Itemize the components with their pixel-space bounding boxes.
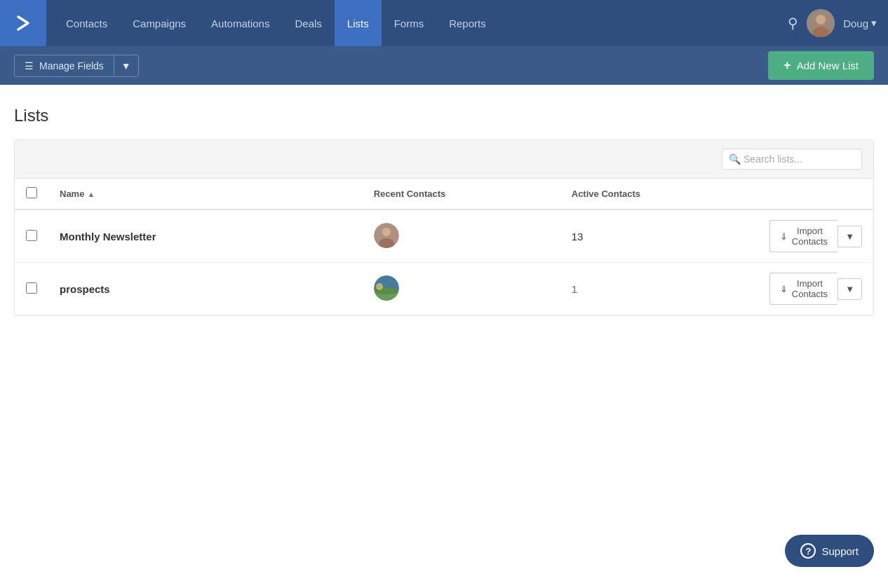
search-input[interactable] bbox=[722, 149, 862, 170]
table-row: Monthly Newsletter 13 ⇓ Import Contacts … bbox=[15, 210, 873, 263]
user-name: Doug bbox=[843, 18, 868, 29]
list-name-link[interactable]: Monthly Newsletter bbox=[60, 231, 156, 242]
import-dropdown-button[interactable]: ▼ bbox=[837, 226, 862, 247]
logo-button[interactable] bbox=[0, 0, 46, 46]
svg-point-4 bbox=[382, 228, 391, 236]
th-active-contacts: Active Contacts bbox=[560, 179, 758, 210]
main-content: Lists 🔍 Name ▲ bbox=[0, 85, 888, 330]
nav-item-deals[interactable]: Deals bbox=[282, 0, 334, 46]
row-active-contacts-cell: 1 bbox=[560, 263, 758, 315]
import-button-group: ⇓ Import Contacts ▼ bbox=[769, 273, 862, 305]
import-contacts-button[interactable]: ⇓ Import Contacts bbox=[769, 273, 837, 305]
lists-toolbar: 🔍 bbox=[15, 140, 873, 179]
import-label: Import Contacts bbox=[792, 226, 828, 247]
recent-contact-avatar bbox=[374, 223, 399, 248]
svg-point-1 bbox=[816, 15, 826, 25]
sort-asc-icon: ▲ bbox=[87, 190, 95, 198]
row-recent-contacts-cell bbox=[363, 263, 560, 315]
manage-fields-label: Manage Fields bbox=[39, 60, 104, 71]
user-dropdown-icon: ▾ bbox=[871, 17, 877, 29]
th-name[interactable]: Name ▲ bbox=[48, 179, 363, 210]
row-recent-contacts-cell bbox=[363, 210, 560, 263]
avatar bbox=[807, 9, 835, 37]
row-active-contacts-cell: 13 bbox=[560, 210, 758, 263]
top-navigation: Contacts Campaigns Automations Deals Lis… bbox=[0, 0, 888, 46]
table-row: prospects 1 ⇓ Import Contacts ▼ bbox=[15, 263, 873, 315]
lists-container: 🔍 Name ▲ Recent Contacts bbox=[14, 139, 874, 316]
search-icon-inner: 🔍 bbox=[729, 153, 741, 165]
add-new-list-button[interactable]: + Add New List bbox=[768, 51, 874, 80]
active-count: 13 bbox=[572, 231, 584, 242]
page-title: Lists bbox=[14, 106, 874, 125]
th-select-all bbox=[15, 179, 48, 210]
row-checkbox-cell bbox=[15, 263, 48, 315]
sub-toolbar: ☰ Manage Fields ▼ + Add New List bbox=[0, 46, 888, 85]
manage-fields-main-button[interactable]: ☰ Manage Fields bbox=[15, 55, 114, 76]
row-actions-cell: ⇓ Import Contacts ▼ bbox=[758, 263, 873, 315]
row-name-cell: prospects bbox=[48, 263, 363, 315]
search-input-wrap: 🔍 bbox=[722, 149, 862, 170]
import-contacts-button[interactable]: ⇓ Import Contacts bbox=[769, 220, 837, 252]
th-recent-contacts: Recent Contacts bbox=[363, 179, 560, 210]
row-checkbox[interactable] bbox=[26, 282, 37, 294]
nav-item-automations[interactable]: Automations bbox=[199, 0, 282, 46]
nav-items: Contacts Campaigns Automations Deals Lis… bbox=[46, 0, 788, 46]
nav-item-campaigns[interactable]: Campaigns bbox=[120, 0, 199, 46]
nav-item-forms[interactable]: Forms bbox=[382, 0, 437, 46]
lists-table: Name ▲ Recent Contacts Active Contacts M… bbox=[15, 179, 873, 315]
import-icon: ⇓ bbox=[780, 284, 788, 294]
import-button-group: ⇓ Import Contacts ▼ bbox=[769, 220, 862, 252]
user-menu[interactable]: Doug ▾ bbox=[843, 17, 877, 29]
row-checkbox-cell bbox=[15, 210, 48, 263]
row-name-cell: Monthly Newsletter bbox=[48, 210, 363, 263]
col-name-label: Name bbox=[60, 189, 84, 199]
list-icon: ☰ bbox=[25, 60, 34, 71]
manage-fields-dropdown-button[interactable]: ▼ bbox=[114, 55, 138, 76]
import-dropdown-button[interactable]: ▼ bbox=[837, 278, 862, 300]
nav-right: ⚲ Doug ▾ bbox=[788, 9, 888, 37]
recent-contact-avatar bbox=[374, 275, 399, 301]
svg-point-9 bbox=[376, 283, 383, 290]
search-icon[interactable]: ⚲ bbox=[788, 15, 798, 32]
import-icon: ⇓ bbox=[780, 231, 788, 242]
select-all-checkbox[interactable] bbox=[26, 187, 37, 198]
import-label: Import Contacts bbox=[792, 278, 828, 299]
row-actions-cell: ⇓ Import Contacts ▼ bbox=[758, 210, 873, 263]
row-checkbox[interactable] bbox=[26, 230, 37, 241]
name-sort: Name ▲ bbox=[60, 189, 95, 199]
add-new-list-label: Add New List bbox=[797, 60, 859, 71]
nav-item-reports[interactable]: Reports bbox=[436, 0, 499, 46]
list-name-link[interactable]: prospects bbox=[60, 283, 110, 295]
active-count: 1 bbox=[572, 283, 577, 295]
th-actions bbox=[758, 179, 873, 210]
plus-icon: + bbox=[783, 58, 791, 73]
manage-fields-button-group: ☰ Manage Fields ▼ bbox=[14, 55, 139, 77]
nav-item-contacts[interactable]: Contacts bbox=[53, 0, 120, 46]
nav-item-lists[interactable]: Lists bbox=[335, 0, 382, 46]
